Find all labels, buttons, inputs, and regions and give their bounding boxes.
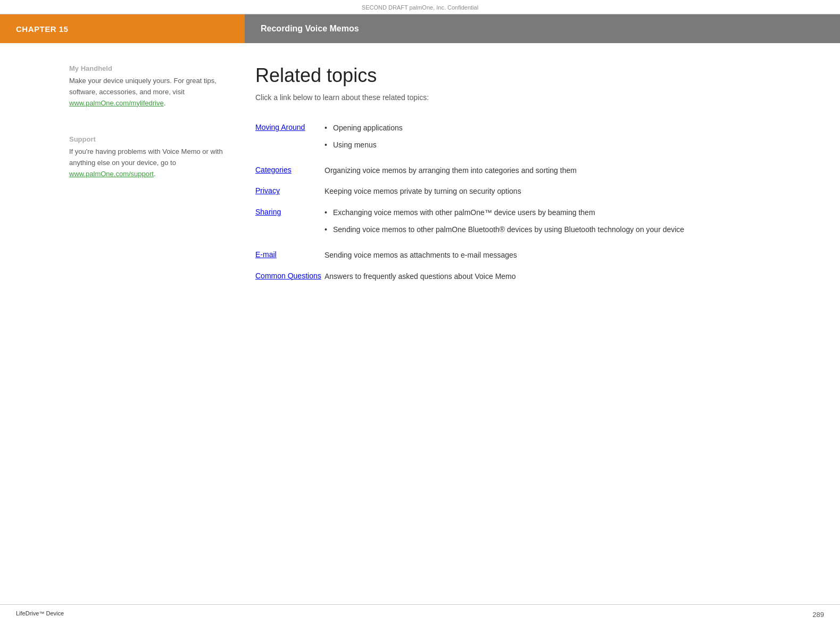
draft-notice: SECOND DRAFT palmOne, Inc. Confidential	[0, 0, 840, 14]
chapter-title-text: Recording Voice Memos	[261, 24, 359, 34]
sidebar-support-text: If you're having problems with Voice Mem…	[69, 146, 229, 179]
palmone-mylifedrive-link[interactable]: www.palmOne.com/mylifedrive	[69, 99, 164, 107]
related-topics-title: Related topics	[255, 64, 808, 87]
list-item: Using menus	[325, 139, 808, 152]
sidebar-my-handheld-text: Make your device uniquely yours. For gre…	[69, 76, 229, 109]
chapter-number: CHAPTER 15	[16, 24, 68, 34]
list-item: Opening applications	[325, 122, 808, 135]
topic-desc-email: Sending voice memos as attachments to e-…	[325, 245, 808, 266]
chapter-label: CHAPTER 15	[0, 14, 245, 43]
topic-desc-moving-around: Opening applications Using menus	[325, 118, 808, 160]
footer: LifeDrive™ Device 289	[0, 604, 840, 625]
chapter-title: Recording Voice Memos	[245, 14, 840, 43]
topic-link-email: E-mail	[255, 245, 325, 266]
sidebar-my-handheld: My Handheld Make your device uniquely yo…	[69, 64, 229, 109]
content-area: Related topics Click a link below to lea…	[245, 64, 840, 287]
topic-link-moving-around: Moving Around	[255, 118, 325, 160]
topic-link-privacy: Privacy	[255, 181, 325, 202]
topic-desc-common-questions: Answers to frequently asked questions ab…	[325, 266, 808, 287]
email-link[interactable]: E-mail	[255, 250, 277, 259]
footer-brand: LifeDrive™ Device	[16, 610, 64, 620]
common-questions-link[interactable]: Common Questions	[255, 272, 321, 280]
sidebar: My Handheld Make your device uniquely yo…	[0, 64, 245, 287]
table-row: E-mail Sending voice memos as attachment…	[255, 245, 808, 266]
footer-page: 289	[812, 611, 824, 619]
palmone-support-link[interactable]: www.palmOne.com/support	[69, 170, 154, 178]
table-row: Sharing Exchanging voice memos with othe…	[255, 202, 808, 245]
topic-desc-sharing: Exchanging voice memos with other palmOn…	[325, 202, 808, 245]
topic-desc-privacy: Keeping voice memos private by turning o…	[325, 181, 808, 202]
sidebar-my-handheld-title: My Handheld	[69, 64, 229, 72]
chapter-header: CHAPTER 15 Recording Voice Memos	[0, 14, 840, 43]
list-item: Sending voice memos to other palmOne Blu…	[325, 224, 808, 236]
topic-link-categories: Categories	[255, 160, 325, 182]
table-row: Moving Around Opening applications Using…	[255, 118, 808, 160]
related-topics-subtitle: Click a link below to learn about these …	[255, 93, 808, 102]
sidebar-support: Support If you're having problems with V…	[69, 135, 229, 179]
categories-link[interactable]: Categories	[255, 166, 292, 174]
moving-around-link[interactable]: Moving Around	[255, 123, 305, 131]
main-content: My Handheld Make your device uniquely yo…	[0, 43, 840, 287]
topic-link-sharing: Sharing	[255, 202, 325, 245]
table-row: Common Questions Answers to frequently a…	[255, 266, 808, 287]
sharing-link[interactable]: Sharing	[255, 208, 281, 216]
list-item: Exchanging voice memos with other palmOn…	[325, 207, 808, 219]
table-row: Categories Organizing voice memos by arr…	[255, 160, 808, 182]
privacy-link[interactable]: Privacy	[255, 186, 280, 195]
topic-desc-categories: Organizing voice memos by arranging them…	[325, 160, 808, 182]
topic-link-common-questions: Common Questions	[255, 266, 325, 287]
sidebar-support-title: Support	[69, 135, 229, 143]
table-row: Privacy Keeping voice memos private by t…	[255, 181, 808, 202]
draft-notice-text: SECOND DRAFT palmOne, Inc. Confidential	[362, 4, 478, 11]
topics-table: Moving Around Opening applications Using…	[255, 118, 808, 287]
